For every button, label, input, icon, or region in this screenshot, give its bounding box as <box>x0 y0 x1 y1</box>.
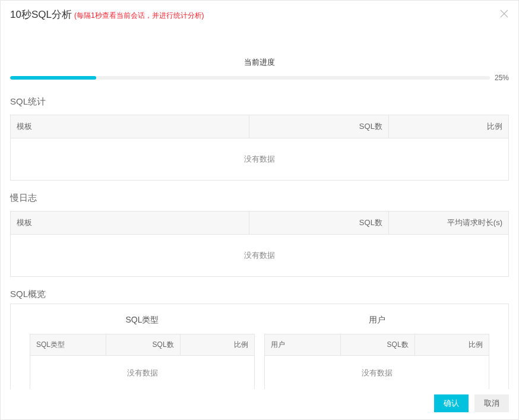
close-icon[interactable] <box>499 9 509 18</box>
progress-section: 当前进度 25% <box>10 57 509 82</box>
cancel-button[interactable]: 取消 <box>474 394 509 412</box>
overview-row: SQL类型 SQL类型 SQL数 比例 没有数据 用户 <box>10 304 509 389</box>
overview-user-title: 用户 <box>264 315 489 326</box>
col-sql-count: SQL数 <box>341 334 414 356</box>
progress-row: 25% <box>10 74 509 82</box>
overview-user: 用户 用户 SQL数 比例 没有数据 <box>264 315 489 389</box>
section-title-slow-log: 慢日志 <box>10 192 509 204</box>
col-user: 用户 <box>265 334 341 356</box>
col-sql-count: SQL数 <box>249 115 389 138</box>
col-sql-type: SQL类型 <box>30 334 106 356</box>
dialog-subtitle: (每隔1秒查看当前会话，并进行统计分析) <box>74 11 204 21</box>
col-avg-duration: 平均请求时长(s) <box>389 211 508 235</box>
confirm-button[interactable]: 确认 <box>434 394 469 412</box>
user-table: 用户 SQL数 比例 没有数据 <box>264 334 489 389</box>
dialog-content: 当前进度 25% SQL统计 模板 SQL数 比例 没有数据 慢日志 <box>1 27 518 389</box>
sql-type-empty: 没有数据 <box>30 356 254 389</box>
col-ratio: 比例 <box>415 334 489 356</box>
slow-log-empty: 没有数据 <box>11 235 508 276</box>
overview-sql-type: SQL类型 SQL类型 SQL数 比例 没有数据 <box>30 315 255 389</box>
slow-log-table: 模板 SQL数 平均请求时长(s) 没有数据 <box>10 211 509 277</box>
user-empty: 没有数据 <box>265 356 489 389</box>
col-ratio: 比例 <box>389 115 508 138</box>
col-sql-count: SQL数 <box>106 334 180 356</box>
col-template: 模板 <box>11 211 249 235</box>
sql-stats-table: 模板 SQL数 比例 没有数据 <box>10 115 509 181</box>
col-template: 模板 <box>11 115 249 138</box>
section-title-sql-stats: SQL统计 <box>10 96 509 108</box>
progress-bar <box>10 76 490 80</box>
dialog-header: 10秒SQL分析 (每隔1秒查看当前会话，并进行统计分析) <box>1 1 518 27</box>
dialog-footer: 确认 取消 <box>434 394 509 412</box>
section-title-overview: SQL概览 <box>10 289 509 300</box>
dialog-title: 10秒SQL分析 <box>10 8 72 21</box>
dialog: 10秒SQL分析 (每隔1秒查看当前会话，并进行统计分析) 当前进度 25% S… <box>0 0 519 420</box>
progress-percent: 25% <box>495 74 509 82</box>
sql-stats-empty: 没有数据 <box>11 138 508 180</box>
overview-sql-type-title: SQL类型 <box>30 315 255 326</box>
col-sql-count: SQL数 <box>249 211 389 235</box>
progress-label: 当前进度 <box>10 57 509 68</box>
col-ratio: 比例 <box>181 334 254 356</box>
sql-type-table: SQL类型 SQL数 比例 没有数据 <box>30 334 255 389</box>
progress-fill <box>10 76 96 80</box>
